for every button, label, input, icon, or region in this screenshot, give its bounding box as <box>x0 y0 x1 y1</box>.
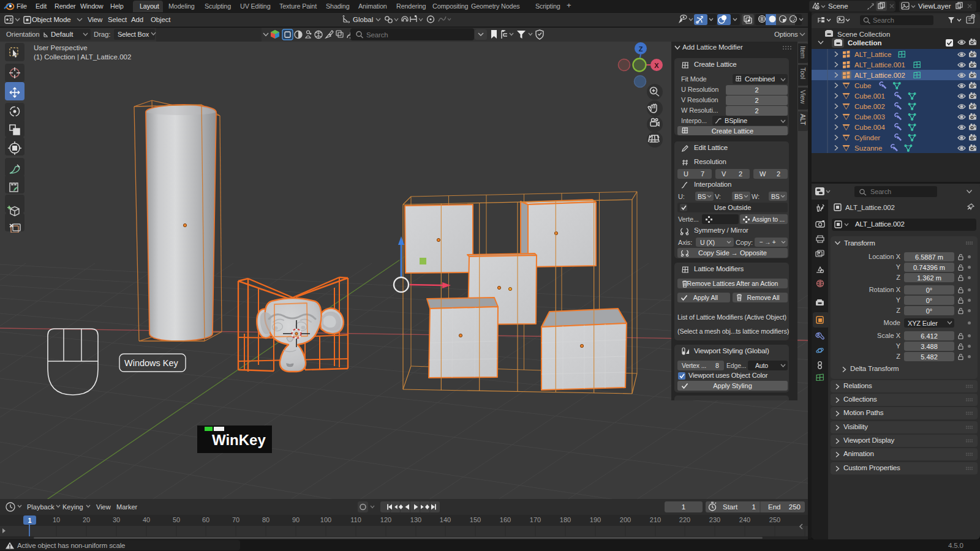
svg-text:240: 240 <box>739 516 750 523</box>
svg-text:Playback: Playback <box>27 503 55 511</box>
svg-text:Search: Search <box>873 17 894 24</box>
svg-text:Cube.002: Cube.002 <box>854 103 885 110</box>
svg-text:100: 100 <box>320 516 331 523</box>
svg-text:50: 50 <box>173 516 180 523</box>
svg-text:Cube.003: Cube.003 <box>854 113 885 121</box>
svg-text:Z: Z <box>639 45 643 53</box>
svg-text:130: 130 <box>410 516 421 523</box>
svg-text:250: 250 <box>769 516 780 523</box>
svg-text:Start: Start <box>723 503 738 511</box>
svg-text:ALT_Lattice.002: ALT_Lattice.002 <box>854 72 905 79</box>
svg-text:Collection: Collection <box>848 39 882 47</box>
svg-text:20: 20 <box>83 516 90 523</box>
svg-text:180: 180 <box>560 516 571 523</box>
svg-text:Cylinder: Cylinder <box>854 134 880 141</box>
svg-text:150: 150 <box>470 516 481 523</box>
svg-text:110: 110 <box>350 516 361 523</box>
svg-text:40: 40 <box>143 516 150 523</box>
svg-text:X: X <box>654 62 659 69</box>
svg-text:Cube.001: Cube.001 <box>854 92 885 100</box>
svg-text:220: 220 <box>679 516 690 523</box>
svg-text:60: 60 <box>202 516 209 523</box>
svg-text:140: 140 <box>440 516 451 523</box>
svg-text:10: 10 <box>53 516 60 523</box>
svg-text:190: 190 <box>590 516 601 523</box>
svg-text:200: 200 <box>620 516 631 523</box>
svg-text:1: 1 <box>28 517 31 524</box>
svg-text:ALT_Lattice: ALT_Lattice <box>854 51 892 58</box>
svg-text:70: 70 <box>232 516 239 523</box>
svg-text:ALT_Lattice.001: ALT_Lattice.001 <box>854 61 905 69</box>
svg-text:ViewLayer: ViewLayer <box>918 2 951 10</box>
svg-text:End: End <box>768 503 780 511</box>
svg-text:Suzanne: Suzanne <box>854 144 882 152</box>
svg-text:(1) Collection | ALT_Lattice.0: (1) Collection | ALT_Lattice.002 <box>34 53 131 61</box>
svg-text:View: View <box>96 503 111 511</box>
svg-text:User Perspective: User Perspective <box>34 44 88 51</box>
svg-text:Default: Default <box>51 31 74 38</box>
svg-text:Scene Collection: Scene Collection <box>837 31 890 38</box>
svg-text:WinKey: WinKey <box>212 432 266 448</box>
svg-text:90: 90 <box>292 516 300 523</box>
svg-text:Marker: Marker <box>116 503 138 511</box>
svg-text:1: 1 <box>682 503 685 511</box>
svg-text:Windows Key: Windows Key <box>124 358 179 368</box>
svg-text:Keying: Keying <box>62 503 83 511</box>
svg-text:230: 230 <box>709 516 720 523</box>
svg-text:120: 120 <box>380 516 391 523</box>
svg-text:250: 250 <box>789 503 801 511</box>
svg-text:30: 30 <box>113 516 120 523</box>
svg-text:Cube: Cube <box>854 82 872 89</box>
svg-text:Global: Global <box>353 16 373 23</box>
svg-text:Cube.004: Cube.004 <box>854 124 885 131</box>
svg-text:1: 1 <box>752 503 756 511</box>
svg-text:160: 160 <box>500 516 511 523</box>
svg-text:210: 210 <box>650 516 661 523</box>
svg-text:Scene: Scene <box>828 2 848 10</box>
svg-text:170: 170 <box>530 516 541 523</box>
svg-text:80: 80 <box>262 516 270 523</box>
